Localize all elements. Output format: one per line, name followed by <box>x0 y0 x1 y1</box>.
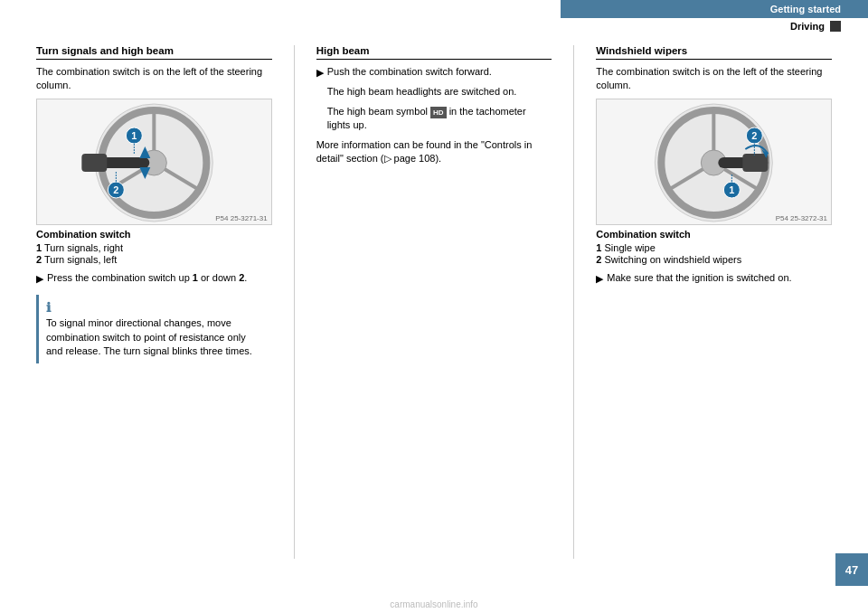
svg-rect-6 <box>99 157 149 168</box>
turn-signals-diagram: 1 2 P54 25-3271-31 <box>36 99 272 225</box>
bullet-arrow-icon: ▶ <box>36 272 43 286</box>
turn-signals-svg: 1 2 <box>37 99 271 225</box>
svg-rect-7 <box>81 154 107 172</box>
turn-signals-column: Turn signals and high beam The combinati… <box>36 45 272 559</box>
driving-square-icon <box>830 21 841 32</box>
windshield-wipers-numbered-list: 1 Single wipe 2 Switching on windshield … <box>596 242 832 266</box>
svg-rect-23 <box>743 154 769 172</box>
windshield-wipers-title: Windshield wipers <box>596 45 832 60</box>
list-item: 1 Single wipe <box>596 242 832 253</box>
info-box-text: To signal minor directional changes, mov… <box>46 316 265 358</box>
page-number: 47 <box>835 553 868 586</box>
turn-signals-intro: The combination switch is on the left of… <box>36 65 272 93</box>
info-icon: ℹ <box>46 300 265 315</box>
turn-signals-bullet: ▶ Press the combination switch up 1 or d… <box>36 271 272 286</box>
list-item: 2 Switching on windshield wipers <box>596 254 832 265</box>
item-text: Switching on windshield wipers <box>605 254 742 265</box>
high-beam-result1: The high beam headlights are switched on… <box>327 85 552 99</box>
svg-text:1: 1 <box>730 184 735 195</box>
header-getting-started: Getting started <box>561 0 868 18</box>
list-item: 2 Turn signals, left <box>36 254 272 265</box>
bullet-arrow-icon: ▶ <box>316 66 324 80</box>
header: Getting started Driving <box>561 0 868 34</box>
bullet-text: Press the combination switch up 1 or dow… <box>47 271 247 286</box>
svg-text:2: 2 <box>752 130 758 141</box>
divider-1 <box>294 45 295 559</box>
item-text: Turn signals, left <box>44 254 117 265</box>
driving-label: Driving <box>790 21 825 32</box>
high-beam-column: High beam ▶ Push the combination switch … <box>316 45 552 559</box>
turn-signals-title: Turn signals and high beam <box>36 45 272 60</box>
turn-signals-numbered-list: 1 Turn signals, right 2 Turn signals, le… <box>36 242 272 266</box>
bullet-arrow-icon: ▶ <box>596 272 603 286</box>
bullet-text: Make sure that the ignition is switched … <box>607 271 791 286</box>
divider-2 <box>573 45 574 559</box>
turn-signals-combo-label: Combination switch <box>36 229 272 240</box>
list-item: 1 Turn signals, right <box>36 242 272 253</box>
windshield-wipers-combo-label: Combination switch <box>596 229 832 240</box>
windshield-wipers-bullet: ▶ Make sure that the ignition is switche… <box>596 271 832 286</box>
item-text: Single wipe <box>605 242 656 253</box>
watermark-text: carmanualsonline.info <box>390 599 477 609</box>
header-driving: Driving <box>561 18 868 34</box>
getting-started-label: Getting started <box>770 4 841 14</box>
high-beam-title: High beam <box>316 45 552 60</box>
windshield-wipers-diagram: 1 2 P54 25-3272-31 <box>596 99 832 225</box>
main-content: Turn signals and high beam The combinati… <box>36 45 832 559</box>
result2-pre: The high beam symbol <box>327 106 430 117</box>
windshield-wipers-intro: The combination switch is on the left of… <box>596 65 832 93</box>
high-beam-bullet1: ▶ Push the combination switch forward. <box>316 65 552 80</box>
hb-symbol: HD <box>430 107 447 118</box>
info-box: ℹ To signal minor directional changes, m… <box>36 295 272 363</box>
svg-text:1: 1 <box>131 130 137 141</box>
page-number-value: 47 <box>845 563 858 577</box>
turn-signals-image-label: P54 25-3271-31 <box>215 214 267 222</box>
windshield-wipers-image-label: P54 25-3272-31 <box>776 214 827 222</box>
windshield-wipers-svg: 1 2 <box>597 99 831 225</box>
bullet-text: Push the combination switch forward. <box>327 65 492 80</box>
high-beam-result2: The high beam symbol HD in the tachomete… <box>327 105 552 133</box>
high-beam-more-info: More information can be found in the "Co… <box>316 138 552 166</box>
windshield-wipers-column: Windshield wipers The combination switch… <box>596 45 832 559</box>
svg-text:2: 2 <box>113 184 118 195</box>
watermark: carmanualsonline.info <box>390 599 477 609</box>
item-text: Turn signals, right <box>44 242 123 253</box>
